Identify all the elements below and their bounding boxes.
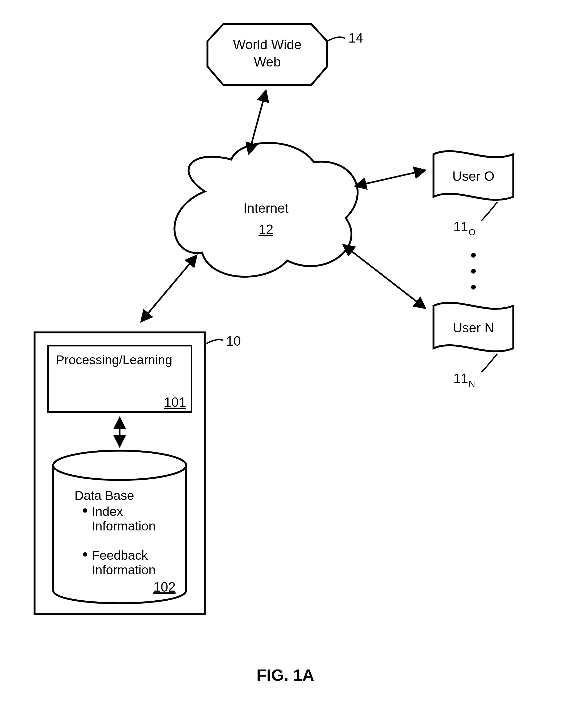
db-ref: 102 <box>153 580 176 595</box>
db-bullet1a: Index <box>92 504 123 518</box>
user-o-node: User O 11 O <box>434 151 513 237</box>
diagram-canvas: World Wide Web 14 Internet 12 User O 11 … <box>0 0 571 728</box>
user-n-ref: 11 <box>453 371 468 386</box>
user-n-node: User N 11 N <box>434 302 513 389</box>
www-label-line2: Web <box>254 54 281 70</box>
system-node: 10 Processing/Learning 101 Data Base Ind… <box>34 332 241 614</box>
internet-node: Internet 12 <box>175 143 358 277</box>
internet-label: Internet <box>243 201 289 216</box>
arrow-internet-user-n <box>343 245 426 309</box>
processing-node: Processing/Learning 101 <box>48 346 192 412</box>
www-ref: 14 <box>348 30 363 45</box>
www-label-line1: World Wide <box>233 37 301 52</box>
db-bullet2b: Information <box>92 563 155 577</box>
arrow-internet-system <box>141 255 197 322</box>
svg-point-7 <box>83 552 87 557</box>
ellipsis-dots <box>471 253 476 289</box>
user-o-ref-sub: O <box>469 227 475 237</box>
processing-label: Processing/Learning <box>56 353 173 367</box>
user-o-ref: 11 <box>453 219 468 234</box>
user-n-ref-sub: N <box>469 379 475 389</box>
user-o-label: User O <box>452 169 494 184</box>
www-node: World Wide Web 14 <box>208 24 363 85</box>
svg-point-6 <box>83 508 87 513</box>
arrow-internet-user-o <box>355 170 426 186</box>
user-n-label: User N <box>453 321 494 335</box>
svg-point-5 <box>53 451 186 480</box>
svg-point-0 <box>471 253 476 258</box>
system-ref: 10 <box>226 334 241 349</box>
database-node: Data Base Index Information Feedback Inf… <box>53 451 186 603</box>
svg-point-1 <box>471 269 476 274</box>
processing-ref: 101 <box>164 395 186 410</box>
svg-point-2 <box>471 285 476 289</box>
db-title: Data Base <box>75 488 134 502</box>
db-bullet2a: Feedback <box>92 548 148 562</box>
figure-caption: FIG. 1A <box>256 666 314 684</box>
internet-ref: 12 <box>258 222 273 237</box>
db-bullet1b: Information <box>92 519 155 533</box>
